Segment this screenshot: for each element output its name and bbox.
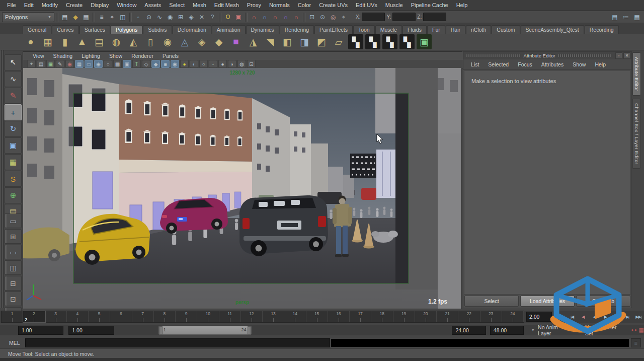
animation-start-field[interactable]: 1.00 bbox=[18, 326, 63, 335]
shelf-tab-custom[interactable]: Custom bbox=[492, 25, 520, 34]
frame-17[interactable]: 17 bbox=[350, 311, 371, 322]
layout-four-pane[interactable]: ⊞ bbox=[5, 229, 22, 244]
menu-muscle[interactable]: Muscle bbox=[381, 0, 407, 11]
uv-cylindrical-mapping-icon[interactable]: ▚ bbox=[365, 34, 380, 49]
uv-planar-mapping-icon[interactable]: ▚ bbox=[348, 34, 363, 49]
ae-menu-focus[interactable]: Focus bbox=[513, 61, 537, 67]
safe-action-icon[interactable]: ▣ bbox=[123, 60, 131, 68]
frame-11[interactable]: 11 bbox=[219, 311, 241, 322]
ae-menu-attributes[interactable]: Attributes bbox=[537, 61, 568, 67]
gate-mask-icon[interactable]: ○ bbox=[104, 60, 112, 68]
center-pivot-icon[interactable]: ⌖ bbox=[339, 12, 349, 22]
playback-end-field[interactable]: 24.00 bbox=[452, 326, 486, 335]
poly-cone-icon[interactable]: ▲ bbox=[74, 34, 90, 49]
x-coord-field[interactable] bbox=[362, 13, 385, 21]
occlusion-icon[interactable]: ○ bbox=[199, 60, 208, 68]
step-forward-key-button[interactable]: |▶ bbox=[611, 312, 621, 321]
layout-single-pane[interactable]: ▭ bbox=[5, 213, 22, 228]
menu-proxy[interactable]: Proxy bbox=[243, 0, 265, 11]
poly-prism-icon[interactable]: ◮ bbox=[246, 34, 261, 49]
select-camera-icon[interactable]: ⌖ bbox=[27, 60, 36, 68]
paint-select-tool[interactable]: ✎ bbox=[5, 88, 22, 104]
mask-handles-icon[interactable]: ⊙ bbox=[144, 12, 154, 22]
shelf-tab-surfaces[interactable]: Surfaces bbox=[79, 25, 110, 34]
menu-edit[interactable]: Edit bbox=[20, 0, 38, 11]
soft-modification-tool[interactable]: S bbox=[5, 171, 22, 187]
frame-8[interactable]: 8 bbox=[154, 311, 176, 322]
shelf-tab-sceneassembly-qtest[interactable]: SceneAssembly_Qtest bbox=[521, 25, 584, 34]
wireframe-icon[interactable]: ◇ bbox=[142, 60, 150, 68]
frame-14[interactable]: 14 bbox=[284, 311, 306, 322]
mask-dynamics-icon[interactable]: ◈ bbox=[186, 12, 196, 22]
select-component-icon[interactable]: ◫ bbox=[118, 12, 128, 22]
z-coord-field[interactable] bbox=[423, 13, 446, 21]
menu-file[interactable]: File bbox=[3, 0, 20, 11]
shelf-tab-painteffects[interactable]: PaintEffects bbox=[314, 25, 353, 34]
step-back-key-button[interactable]: ◀| bbox=[578, 312, 588, 321]
character-set-selector[interactable]: No Character Set bbox=[585, 324, 624, 336]
lock-selection-icon[interactable]: Ω bbox=[223, 12, 233, 22]
frame-7[interactable]: 7 bbox=[132, 311, 154, 322]
shelf-tab-curves[interactable]: Curves bbox=[52, 25, 78, 34]
isolate-select-icon[interactable]: ◗ bbox=[228, 60, 236, 68]
command-line-mode-label[interactable]: MEL bbox=[9, 340, 20, 346]
mask-misc-icon[interactable]: ? bbox=[207, 12, 217, 22]
snap-point-icon[interactable]: ∩ bbox=[270, 12, 280, 22]
snap-projected-center-icon[interactable]: ∩ bbox=[281, 12, 291, 22]
frame-1[interactable]: 1 bbox=[2, 311, 23, 322]
poly-cylinder-icon[interactable]: ▮ bbox=[57, 34, 72, 49]
menu-window[interactable]: Window bbox=[113, 0, 140, 11]
frame-5[interactable]: 5 bbox=[89, 311, 110, 322]
lasso-select-tool[interactable]: ∿ bbox=[5, 71, 22, 87]
film-gate-icon[interactable]: ▭ bbox=[85, 60, 93, 68]
frame-4[interactable]: 4 bbox=[67, 311, 89, 322]
scale-tool[interactable]: ▣ bbox=[5, 137, 22, 154]
frame-9[interactable]: 9 bbox=[176, 311, 197, 322]
extract-icon[interactable]: ◩ bbox=[314, 34, 329, 49]
play-forwards-button[interactable]: ▶ bbox=[600, 312, 610, 321]
layout-persp-outliner[interactable]: ◫ bbox=[5, 260, 22, 275]
playback-start-field[interactable]: 1.00 bbox=[68, 326, 114, 335]
camera-attributes-icon[interactable]: ▤ bbox=[37, 60, 45, 68]
universal-manipulator-tool[interactable]: ▦ bbox=[5, 154, 22, 170]
frame-18[interactable]: 18 bbox=[371, 311, 393, 322]
menu-normals[interactable]: Normals bbox=[265, 0, 294, 11]
animation-end-field[interactable]: 48.00 bbox=[490, 326, 524, 335]
menu-create[interactable]: Create bbox=[62, 0, 87, 11]
snap-curve-icon[interactable]: ∩ bbox=[260, 12, 270, 22]
menu-select[interactable]: Select bbox=[165, 0, 189, 11]
mask-deformations-icon[interactable]: ⊞ bbox=[176, 12, 186, 22]
frame-13[interactable]: 13 bbox=[263, 311, 284, 322]
shelf-tab-general[interactable]: General bbox=[23, 25, 51, 34]
shelf-tab-polygons[interactable]: Polygons bbox=[111, 25, 142, 34]
uv-texture-editor-icon[interactable]: ▣ bbox=[417, 34, 432, 49]
toggle-attribute-editor-icon[interactable]: ▤ bbox=[610, 12, 620, 22]
animation-preferences-icon[interactable]: ▦ bbox=[639, 327, 644, 333]
two-d-pan-zoom-icon[interactable]: ◉ bbox=[65, 60, 74, 68]
separate-icon[interactable]: ◨ bbox=[297, 34, 312, 49]
poly-platonic-icon[interactable]: ◉ bbox=[160, 34, 175, 49]
drag-handle[interactable] bbox=[466, 54, 521, 57]
rotate-tool[interactable]: ↻ bbox=[5, 121, 22, 137]
shelf-tab-hair[interactable]: Hair bbox=[446, 25, 465, 34]
range-slider-bar[interactable]: 1 24 bbox=[158, 326, 252, 335]
frame-23[interactable]: 23 bbox=[480, 311, 502, 322]
tab-channel-box-layer-editor[interactable]: Channel Box / Layer Editor bbox=[632, 99, 641, 169]
shelf-tab-ncloth[interactable]: nCloth bbox=[466, 25, 491, 34]
step-forward-frame-button[interactable]: ▶| bbox=[622, 312, 632, 321]
highlight-selection-icon[interactable]: ▣ bbox=[233, 12, 244, 22]
open-scene-icon[interactable]: ◆ bbox=[70, 12, 80, 22]
xray-joints-icon[interactable]: ● bbox=[218, 60, 227, 68]
shelf-tab-toon[interactable]: Toon bbox=[353, 25, 375, 34]
frame-19[interactable]: 19 bbox=[393, 311, 415, 322]
menu-display[interactable]: Display bbox=[87, 0, 113, 11]
uv-spherical-mapping-icon[interactable]: ▚ bbox=[382, 34, 397, 49]
grid-icon[interactable]: ▦ bbox=[75, 60, 84, 68]
frame-24[interactable]: 24 bbox=[502, 311, 524, 322]
load-attributes-button[interactable]: Load Attributes bbox=[520, 296, 575, 307]
resolution-gate-icon[interactable]: ◉ bbox=[94, 60, 103, 68]
chevron-down-icon[interactable]: ▼ bbox=[531, 328, 535, 332]
mask-rendering-icon[interactable]: ✕ bbox=[197, 12, 207, 22]
anim-layer-selector[interactable]: No Anim Layer bbox=[538, 324, 571, 336]
frame-2[interactable]: 22 bbox=[23, 311, 45, 322]
